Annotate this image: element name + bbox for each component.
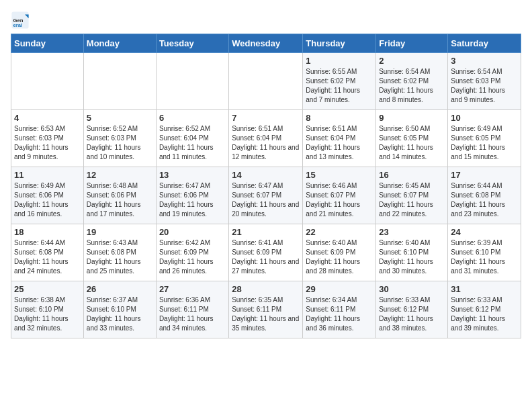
calendar-cell: 7Sunrise: 6:51 AM Sunset: 6:04 PM Daylig… <box>229 110 303 167</box>
day-info: Sunrise: 6:44 AM Sunset: 6:08 PM Dayligh… <box>451 181 518 219</box>
day-number: 1 <box>306 56 373 66</box>
calendar-cell: 17Sunrise: 6:44 AM Sunset: 6:08 PM Dayli… <box>448 167 521 224</box>
calendar-cell <box>11 53 84 110</box>
svg-text:eral: eral <box>13 22 23 28</box>
calendar-cell: 15Sunrise: 6:46 AM Sunset: 6:07 PM Dayli… <box>303 167 376 224</box>
day-number: 25 <box>14 284 81 294</box>
calendar-cell: 22Sunrise: 6:40 AM Sunset: 6:09 PM Dayli… <box>303 224 376 281</box>
calendar-cell: 12Sunrise: 6:48 AM Sunset: 6:06 PM Dayli… <box>83 167 156 224</box>
calendar-cell: 24Sunrise: 6:39 AM Sunset: 6:10 PM Dayli… <box>448 224 521 281</box>
day-number: 28 <box>232 284 300 294</box>
day-info: Sunrise: 6:55 AM Sunset: 6:02 PM Dayligh… <box>306 67 373 105</box>
calendar-cell: 2Sunrise: 6:54 AM Sunset: 6:02 PM Daylig… <box>376 53 448 110</box>
day-number: 29 <box>306 284 373 294</box>
day-number: 12 <box>87 170 153 180</box>
calendar-week-row: 18Sunrise: 6:44 AM Sunset: 6:08 PM Dayli… <box>11 224 521 281</box>
day-number: 9 <box>379 113 445 123</box>
day-info: Sunrise: 6:42 AM Sunset: 6:09 PM Dayligh… <box>159 238 226 276</box>
header-day: Thursday <box>303 34 376 53</box>
day-info: Sunrise: 6:37 AM Sunset: 6:10 PM Dayligh… <box>87 295 153 333</box>
day-number: 22 <box>306 227 373 237</box>
calendar-week-row: 25Sunrise: 6:38 AM Sunset: 6:10 PM Dayli… <box>11 281 521 338</box>
calendar-cell: 4Sunrise: 6:53 AM Sunset: 6:03 PM Daylig… <box>11 110 84 167</box>
calendar-cell: 28Sunrise: 6:35 AM Sunset: 6:11 PM Dayli… <box>229 281 303 338</box>
calendar-cell: 3Sunrise: 6:54 AM Sunset: 6:03 PM Daylig… <box>448 53 521 110</box>
header-day: Wednesday <box>229 34 303 53</box>
day-number: 3 <box>451 56 518 66</box>
day-info: Sunrise: 6:40 AM Sunset: 6:09 PM Dayligh… <box>306 238 373 276</box>
day-info: Sunrise: 6:35 AM Sunset: 6:11 PM Dayligh… <box>232 295 300 333</box>
day-number: 6 <box>159 113 226 123</box>
day-number: 30 <box>379 284 445 294</box>
calendar-cell: 23Sunrise: 6:40 AM Sunset: 6:10 PM Dayli… <box>376 224 448 281</box>
calendar-cell: 27Sunrise: 6:36 AM Sunset: 6:11 PM Dayli… <box>156 281 228 338</box>
day-info: Sunrise: 6:49 AM Sunset: 6:06 PM Dayligh… <box>14 181 81 219</box>
calendar-week-row: 4Sunrise: 6:53 AM Sunset: 6:03 PM Daylig… <box>11 110 521 167</box>
calendar-cell: 18Sunrise: 6:44 AM Sunset: 6:08 PM Dayli… <box>11 224 84 281</box>
calendar-cell <box>229 53 303 110</box>
day-number: 8 <box>306 113 373 123</box>
header-day: Saturday <box>448 34 521 53</box>
day-info: Sunrise: 6:52 AM Sunset: 6:03 PM Dayligh… <box>87 124 153 162</box>
calendar-header: SundayMondayTuesdayWednesdayThursdayFrid… <box>11 34 521 53</box>
day-number: 5 <box>87 113 153 123</box>
calendar-cell: 5Sunrise: 6:52 AM Sunset: 6:03 PM Daylig… <box>83 110 156 167</box>
day-info: Sunrise: 6:54 AM Sunset: 6:03 PM Dayligh… <box>451 67 518 105</box>
day-number: 20 <box>159 227 226 237</box>
day-info: Sunrise: 6:33 AM Sunset: 6:12 PM Dayligh… <box>379 295 445 333</box>
day-info: Sunrise: 6:53 AM Sunset: 6:03 PM Dayligh… <box>14 124 81 162</box>
day-number: 24 <box>451 227 518 237</box>
calendar-table: SundayMondayTuesdayWednesdayThursdayFrid… <box>11 34 521 338</box>
day-info: Sunrise: 6:52 AM Sunset: 6:04 PM Dayligh… <box>159 124 226 162</box>
header-day: Sunday <box>11 34 84 53</box>
calendar-cell: 20Sunrise: 6:42 AM Sunset: 6:09 PM Dayli… <box>156 224 228 281</box>
calendar-cell: 8Sunrise: 6:51 AM Sunset: 6:04 PM Daylig… <box>303 110 376 167</box>
day-info: Sunrise: 6:48 AM Sunset: 6:06 PM Dayligh… <box>87 181 153 219</box>
calendar-cell: 11Sunrise: 6:49 AM Sunset: 6:06 PM Dayli… <box>11 167 84 224</box>
day-number: 4 <box>14 113 81 123</box>
calendar-week-row: 11Sunrise: 6:49 AM Sunset: 6:06 PM Dayli… <box>11 167 521 224</box>
calendar-cell: 31Sunrise: 6:33 AM Sunset: 6:12 PM Dayli… <box>448 281 521 338</box>
calendar-cell: 25Sunrise: 6:38 AM Sunset: 6:10 PM Dayli… <box>11 281 84 338</box>
day-info: Sunrise: 6:33 AM Sunset: 6:12 PM Dayligh… <box>451 295 518 333</box>
day-info: Sunrise: 6:39 AM Sunset: 6:10 PM Dayligh… <box>451 238 518 276</box>
header-day: Tuesday <box>156 34 228 53</box>
day-number: 17 <box>451 170 518 180</box>
day-info: Sunrise: 6:51 AM Sunset: 6:04 PM Dayligh… <box>306 124 373 162</box>
day-info: Sunrise: 6:44 AM Sunset: 6:08 PM Dayligh… <box>14 238 81 276</box>
day-info: Sunrise: 6:45 AM Sunset: 6:07 PM Dayligh… <box>379 181 445 219</box>
logo: Gen eral <box>11 11 32 30</box>
calendar-cell: 14Sunrise: 6:47 AM Sunset: 6:07 PM Dayli… <box>229 167 303 224</box>
calendar-cell <box>83 53 156 110</box>
day-number: 7 <box>232 113 300 123</box>
day-info: Sunrise: 6:36 AM Sunset: 6:11 PM Dayligh… <box>159 295 226 333</box>
day-info: Sunrise: 6:46 AM Sunset: 6:07 PM Dayligh… <box>306 181 373 219</box>
calendar-cell <box>156 53 228 110</box>
day-info: Sunrise: 6:34 AM Sunset: 6:11 PM Dayligh… <box>306 295 373 333</box>
day-info: Sunrise: 6:47 AM Sunset: 6:07 PM Dayligh… <box>232 181 300 219</box>
day-info: Sunrise: 6:38 AM Sunset: 6:10 PM Dayligh… <box>14 295 81 333</box>
day-number: 16 <box>379 170 445 180</box>
calendar-cell: 16Sunrise: 6:45 AM Sunset: 6:07 PM Dayli… <box>376 167 448 224</box>
header-day: Monday <box>83 34 156 53</box>
calendar-cell: 21Sunrise: 6:41 AM Sunset: 6:09 PM Dayli… <box>229 224 303 281</box>
header: Gen eral <box>11 11 521 30</box>
day-info: Sunrise: 6:40 AM Sunset: 6:10 PM Dayligh… <box>379 238 445 276</box>
day-number: 21 <box>232 227 300 237</box>
header-row: SundayMondayTuesdayWednesdayThursdayFrid… <box>11 34 521 53</box>
day-info: Sunrise: 6:47 AM Sunset: 6:06 PM Dayligh… <box>159 181 226 219</box>
day-number: 13 <box>159 170 226 180</box>
logo-icon: Gen eral <box>11 11 30 30</box>
calendar-cell: 26Sunrise: 6:37 AM Sunset: 6:10 PM Dayli… <box>83 281 156 338</box>
calendar-cell: 9Sunrise: 6:50 AM Sunset: 6:05 PM Daylig… <box>376 110 448 167</box>
day-number: 2 <box>379 56 445 66</box>
day-number: 27 <box>159 284 226 294</box>
day-info: Sunrise: 6:50 AM Sunset: 6:05 PM Dayligh… <box>379 124 445 162</box>
calendar-body: 1Sunrise: 6:55 AM Sunset: 6:02 PM Daylig… <box>11 53 521 338</box>
calendar-cell: 10Sunrise: 6:49 AM Sunset: 6:05 PM Dayli… <box>448 110 521 167</box>
calendar-cell: 13Sunrise: 6:47 AM Sunset: 6:06 PM Dayli… <box>156 167 228 224</box>
day-number: 10 <box>451 113 518 123</box>
calendar-cell: 19Sunrise: 6:43 AM Sunset: 6:08 PM Dayli… <box>83 224 156 281</box>
day-number: 19 <box>87 227 153 237</box>
day-info: Sunrise: 6:49 AM Sunset: 6:05 PM Dayligh… <box>451 124 518 162</box>
